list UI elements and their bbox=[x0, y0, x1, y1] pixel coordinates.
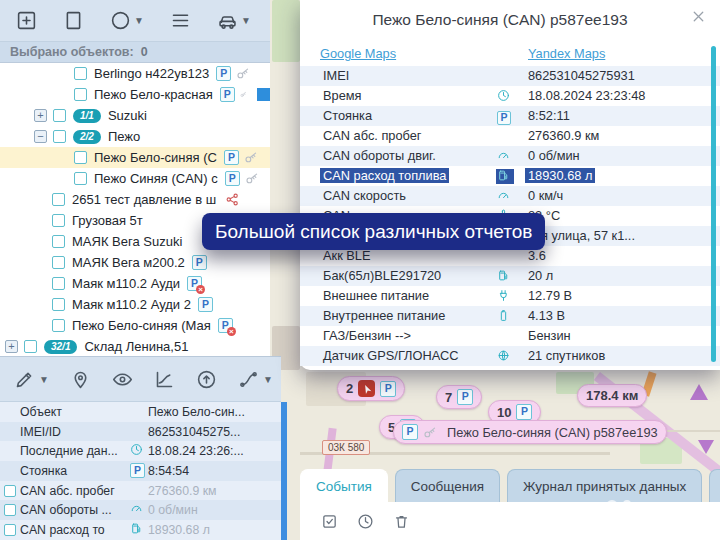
popup-row[interactable]: Внешнее питание12.79 В bbox=[300, 286, 720, 306]
checkbox[interactable] bbox=[52, 193, 65, 206]
popup-row-label: Стоянка bbox=[320, 108, 375, 123]
tab-inactive[interactable]: Журнал принятых данных bbox=[507, 469, 702, 502]
checkbox[interactable] bbox=[74, 172, 87, 185]
tab-partial[interactable] bbox=[709, 469, 720, 502]
checkbox[interactable] bbox=[74, 151, 87, 164]
yandex-maps-link[interactable]: Yandex Maps bbox=[528, 46, 605, 61]
delete-icon[interactable] bbox=[393, 513, 410, 530]
parking-badge: P bbox=[192, 255, 207, 270]
map-marker-badge[interactable]: 178.4 км bbox=[577, 384, 647, 407]
tree-item[interactable]: Пежо Бело-синяя (СP bbox=[0, 147, 270, 168]
info-row[interactable]: CAN расход то18930.68 л bbox=[0, 520, 281, 540]
route-button[interactable]: ▼ bbox=[238, 369, 273, 390]
popup-row[interactable]: Внутреннее питание4.13 В bbox=[300, 306, 720, 326]
checkbox[interactable] bbox=[52, 277, 65, 290]
tree-item[interactable]: Маяк м110.2 АудиP× bbox=[0, 273, 270, 294]
tab-active[interactable]: События bbox=[300, 469, 388, 502]
close-icon[interactable] bbox=[690, 8, 707, 25]
popup-scrollbar[interactable] bbox=[711, 46, 716, 362]
tree-item[interactable]: Пежо Синяя (CAN) сP bbox=[0, 168, 270, 189]
popup-row[interactable]: ГАЗ/Бензин -->Бензин bbox=[300, 326, 720, 346]
popup-row[interactable]: Время18.08.2024 23:23:48 bbox=[300, 86, 720, 106]
chart-icon[interactable] bbox=[154, 369, 175, 390]
clock-icon bbox=[497, 89, 510, 102]
expand-icon[interactable]: + bbox=[5, 340, 18, 353]
bottom-tab-bar: СобытияСообщенияЖурнал принятых данных bbox=[300, 469, 720, 502]
list-icon[interactable] bbox=[170, 10, 191, 31]
checkbox[interactable] bbox=[4, 524, 16, 536]
google-maps-link[interactable]: Google Maps bbox=[320, 46, 396, 61]
popup-row[interactable]: IMEI862531045275931 bbox=[300, 66, 720, 86]
vehicle-menu-button[interactable]: ▼ bbox=[217, 10, 251, 31]
info-row[interactable]: ОбъектПежо Бело-син... bbox=[0, 402, 281, 422]
map-badge-text: 7 bbox=[445, 390, 452, 405]
tree-item-label: Пежо Бело-синяя (С bbox=[94, 150, 217, 165]
checkbox[interactable] bbox=[24, 340, 37, 353]
info-row[interactable]: Последние дан...18.08.24 23:26:... bbox=[0, 441, 281, 461]
parking-badge-error: P× bbox=[218, 318, 233, 333]
edit-button[interactable]: ▼ bbox=[14, 369, 49, 390]
popup-row-label: CAN обороты двиг. bbox=[320, 148, 439, 163]
export-icon[interactable] bbox=[196, 369, 217, 390]
tree-item[interactable]: Пежо Бело-синяя (МаяP× bbox=[0, 315, 270, 336]
checkbox[interactable] bbox=[74, 67, 87, 80]
popup-row[interactable]: Датчик GPS/ГЛОНАСС21 спутников bbox=[300, 346, 720, 366]
map-marker-badge[interactable]: 2P bbox=[337, 376, 405, 401]
tree-item[interactable]: Berlingo н422ув123P bbox=[0, 63, 270, 84]
info-row[interactable]: CAN абс. пробег276360.9 км bbox=[0, 481, 281, 501]
map-vehicle-label[interactable]: PПежо Бело-синяя (CAN) p587ee193 bbox=[393, 420, 667, 444]
info-row[interactable]: IMEI/ID862531045275... bbox=[0, 422, 281, 442]
tree-item[interactable]: +32/1Склад Ленина,51 bbox=[0, 336, 270, 356]
checkbox[interactable] bbox=[52, 214, 65, 227]
checkbox[interactable] bbox=[52, 319, 65, 332]
tree-item[interactable]: Пежо Бело-краснаяP bbox=[0, 84, 270, 105]
expand-icon[interactable]: + bbox=[34, 109, 47, 122]
tree-item[interactable]: +1/1Suzuki bbox=[0, 105, 270, 126]
info-row[interactable]: СтоянкаP8:54:54 bbox=[0, 461, 281, 481]
popup-row[interactable]: СтоянкаP8:52:11 bbox=[300, 106, 720, 126]
time-icon[interactable] bbox=[357, 513, 374, 530]
tree-item[interactable]: Маяк м110.2 Ауди 2P bbox=[0, 294, 270, 315]
monitoring-toolbar: ▼ ▼ bbox=[0, 356, 281, 402]
info-label: CAN обороты ... bbox=[20, 503, 130, 517]
checkbox[interactable] bbox=[4, 504, 16, 516]
info-value: 18.08.24 23:26:... bbox=[148, 444, 244, 458]
checkbox[interactable] bbox=[52, 256, 65, 269]
location-pin-icon[interactable] bbox=[70, 369, 91, 390]
popup-row[interactable]: CAN обороты двиг.0 об/мин bbox=[300, 146, 720, 166]
key-icon bbox=[423, 425, 438, 440]
tree-item[interactable]: 2651 тест давление в ш bbox=[0, 189, 270, 210]
popup-row-icon-cell bbox=[496, 129, 514, 144]
selection-rect-icon[interactable] bbox=[63, 10, 84, 31]
info-row[interactable]: CAN обороты ...0 об/мин bbox=[0, 500, 281, 520]
map-marker-badge[interactable]: 7P bbox=[436, 385, 482, 409]
select-all-icon[interactable] bbox=[321, 513, 338, 530]
popup-row-value: 21 спутников bbox=[525, 348, 608, 363]
vehicle-popup: Пежо Бело-синяя (CAN) p587ee193 Google M… bbox=[300, 0, 720, 370]
checkbox[interactable] bbox=[4, 485, 16, 497]
tree-item[interactable]: МАЯК Вега м200.2P bbox=[0, 252, 270, 273]
info-scrollbar[interactable] bbox=[281, 402, 287, 540]
tree-item[interactable]: −2/2Пежо bbox=[0, 126, 270, 147]
count-badge: 1/1 bbox=[73, 109, 101, 123]
checkbox[interactable] bbox=[52, 298, 65, 311]
checkbox[interactable] bbox=[53, 130, 66, 143]
popup-row[interactable]: Бак(65л)BLE29172020 л bbox=[300, 266, 720, 286]
visibility-eye-icon[interactable] bbox=[112, 369, 133, 390]
add-object-icon[interactable] bbox=[16, 10, 37, 31]
tree-item-label: Пежо Бело-красная bbox=[94, 87, 213, 102]
popup-row[interactable]: CAN расход топлива18930.68 л bbox=[300, 166, 720, 186]
geofence-button[interactable]: ▼ bbox=[110, 10, 144, 31]
popup-row[interactable]: CAN абс. пробег276360.9 км bbox=[300, 126, 720, 146]
checkbox[interactable] bbox=[53, 109, 66, 122]
parking-badge: P bbox=[516, 404, 532, 420]
popup-row-value: 18930.68 л bbox=[525, 168, 595, 183]
checkbox[interactable] bbox=[52, 235, 65, 248]
parking-badge: P bbox=[220, 87, 235, 102]
checkbox[interactable] bbox=[74, 88, 87, 101]
tab-inactive[interactable]: Сообщения bbox=[395, 469, 500, 502]
popup-row-label: Бак(65л)BLE291720 bbox=[320, 268, 444, 283]
collapse-icon[interactable]: − bbox=[34, 130, 47, 143]
satellite-icon bbox=[497, 349, 510, 362]
popup-row[interactable]: CAN скорость0 км/ч bbox=[300, 186, 720, 206]
